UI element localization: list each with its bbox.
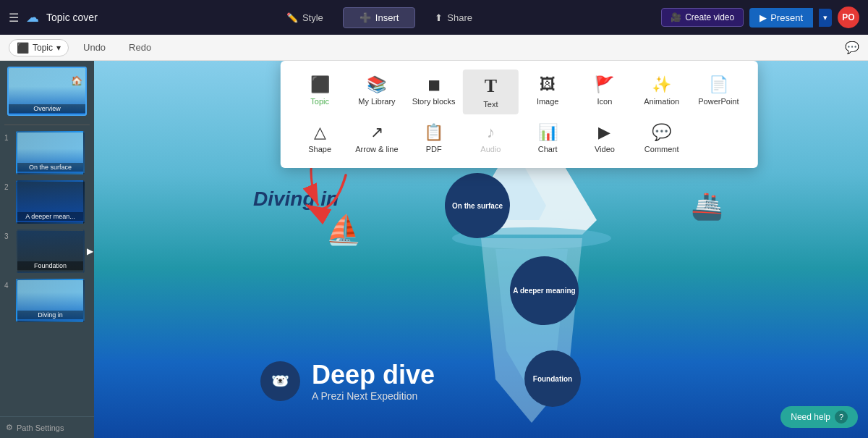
slide-label-4: Diving in [17,311,83,319]
cloud-icon: ☁ [26,9,39,25]
shape-icon: △ [314,123,326,142]
secondbar: ⬛ Topic ▾ Undo Redo 💬 [0,35,868,61]
video-icon: ▶ [598,123,610,142]
circle-on-surface[interactable]: On the surface [445,173,510,238]
insert-item-arrow-line[interactable]: ↗ Arrow & line [349,117,405,159]
plus-icon: ➕ [359,12,371,23]
chart-icon: 📊 [538,123,558,142]
icon-icon: 🚩 [595,75,614,94]
avatar: PO [838,7,859,28]
comment-icon[interactable]: 💬 [845,41,859,54]
insert-item-video[interactable]: ▶ Video [577,117,633,159]
slide-label-1: On the surface [17,163,83,172]
comment-icon: 💬 [652,123,671,142]
slide-thumb-wrap-3: Foundation ▶ [16,229,85,273]
animation-icon: ✨ [652,75,671,94]
topic-pill[interactable]: ⬛ Topic ▾ [9,39,69,56]
topbar-center: ✏️ Style ➕ Insert ⬆ Share [106,7,652,28]
pencil-icon: ✏️ [286,12,298,23]
sidebar-item-4: 4 Diving in [0,276,94,325]
hamburger-icon[interactable]: ☰ [9,11,19,25]
sidebar-item-1: 1 On the surface [0,128,94,177]
image-icon: 🖼 [540,75,556,94]
insert-item-my-library[interactable]: 📚 My Library [349,70,405,114]
topbar: ☰ ☁ Topic cover ✏️ Style ➕ Insert ⬆ Shar… [0,0,868,35]
slide-label-2: A deeper mean... [17,212,83,221]
need-help-button[interactable]: Need help ? [780,406,858,428]
share-tab[interactable]: ⬆ Share [418,7,489,28]
style-tab[interactable]: ✏️ Style [270,7,340,28]
play-icon-overlay: ▶ [87,246,93,256]
insert-item-powerpoint[interactable]: 📄 PowerPoint [691,70,746,114]
audio-icon: ♪ [487,123,495,142]
present-button[interactable]: ▶ Present [749,8,813,28]
share-icon: ⬆ [435,12,443,23]
ship: 🚢 [691,191,723,222]
help-icon: ? [835,410,848,424]
slide-thumb-3[interactable]: Foundation [16,229,85,273]
insert-item-icon[interactable]: 🚩 Icon [577,70,633,114]
canvas-area: Diving in ⛵ 🚢 On the surface A deeper me… [94,61,868,438]
insert-item-comment[interactable]: 💬 Comment [634,117,689,159]
insert-item-topic[interactable]: ⬛ Topic [292,70,348,114]
text-icon: T [485,75,497,97]
insert-item-pdf[interactable]: 📋 PDF [406,117,461,159]
topbar-left: ☰ ☁ Topic cover [9,9,98,25]
arrow-line-icon: ↗ [370,123,383,142]
insert-item-story-blocks[interactable]: ◼ Story blocks [406,70,461,114]
app-title: Topic cover [46,12,98,23]
powerpoint-icon: 📄 [709,75,728,94]
topic-pill-icon: ⬛ [17,42,29,54]
play-icon: ▶ [760,12,767,23]
sidebar-item-2: 2 A deeper mean... [0,177,94,227]
insert-tab[interactable]: ➕ Insert [343,7,416,28]
story-blocks-icon: ◼ [427,75,441,94]
insert-item-image[interactable]: 🖼 Image [520,70,576,114]
deep-dive-section: 🐻‍❄️ Deep dive A Prezi Next Expedition [260,360,435,402]
insert-item-chart[interactable]: 📊 Chart [520,117,576,159]
sidebar-item-3: 3 Foundation ▶ [0,227,94,276]
home-icon: 🏠 [71,75,82,86]
slide-thumb-1[interactable]: On the surface [16,131,85,174]
sailboat: ⛵ [326,213,362,247]
icebear-logo: 🐻‍❄️ [260,361,300,401]
slide-thumb-4[interactable]: Diving in [16,279,85,322]
path-settings-icon: ⚙ [6,423,13,432]
circle-foundation[interactable]: Foundation [524,350,581,407]
undo-button[interactable]: Undo [75,39,114,56]
library-icon: 📚 [367,75,386,94]
sidebar-overview: Overview 🏠 [0,61,94,122]
circle-deeper[interactable]: A deeper meaning [510,256,579,325]
insert-item-audio: ♪ Audio [463,117,519,159]
slide-thumb-wrap-1: On the surface [16,131,85,174]
create-video-button[interactable]: 🎥 Create video [661,8,744,27]
slide-thumb-overview[interactable]: Overview [7,67,87,116]
slide-label-overview: Overview [9,104,85,113]
redo-button[interactable]: Redo [120,39,160,56]
path-settings[interactable]: ⚙ Path Settings [0,416,94,438]
insert-item-text[interactable]: T Text [463,70,519,114]
insert-item-animation[interactable]: ✨ Animation [634,70,689,114]
insert-item-shape[interactable]: △ Shape [292,117,348,159]
topic-pill-chevron: ▾ [56,43,61,53]
slide-panel: Overview 🏠 1 On the surface 2 A deeper m… [0,61,94,438]
present-dropdown-button[interactable]: ▾ [819,9,832,27]
main-area: Overview 🏠 1 On the surface 2 A deeper m… [0,61,868,438]
diving-in-text: Diving in [253,188,339,211]
insert-dropdown: ⬛ Topic 📚 My Library ◼ Story blocks T Te… [281,61,758,168]
pdf-icon: 📋 [424,123,443,142]
topbar-right: 🎥 Create video ▶ Present ▾ PO [661,7,859,28]
slide-label-3: Foundation [17,261,83,270]
topic-icon: ⬛ [310,75,330,94]
deep-dive-text: Deep dive A Prezi Next Expedition [312,360,435,402]
video-cam-icon: 🎥 [671,12,681,22]
slide-thumb-2[interactable]: A deeper mean... [16,180,85,224]
